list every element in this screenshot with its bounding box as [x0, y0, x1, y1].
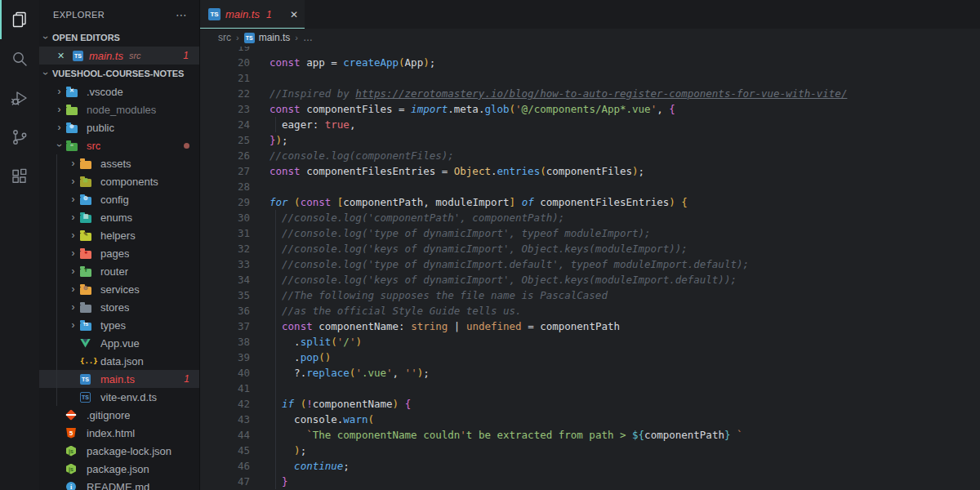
source-control-icon[interactable]: [0, 118, 39, 157]
close-icon[interactable]: ✕: [57, 51, 67, 61]
code-line[interactable]: 45 );: [200, 443, 980, 458]
line-number[interactable]: 33: [200, 256, 250, 272]
open-editors-header[interactable]: › OPEN EDITORS: [39, 29, 199, 47]
tree-item--vscode[interactable]: ›✕.vscode: [39, 82, 199, 100]
extensions-icon[interactable]: [0, 157, 39, 196]
code-line[interactable]: 28: [200, 179, 980, 194]
tree-item-router[interactable]: ›Yrouter: [39, 262, 199, 280]
line-number[interactable]: 47: [200, 474, 250, 489]
code-line[interactable]: 27const componentFilesEntries = Object.e…: [200, 163, 980, 179]
code-line[interactable]: 20const app = createApp(App);: [200, 55, 980, 70]
breadcrumb-file[interactable]: main.ts: [259, 32, 291, 43]
tree-item-src[interactable]: ›‹›src: [39, 136, 199, 154]
line-number[interactable]: 43: [200, 412, 250, 427]
open-editor-item-main-ts[interactable]: ✕ TS main.ts src 1: [39, 47, 199, 65]
chevron-down-icon[interactable]: ›: [54, 139, 65, 153]
code-line[interactable]: 40 ?.replace('.vue', '');: [200, 365, 980, 381]
more-actions-icon[interactable]: ⋯: [176, 8, 188, 21]
code-line[interactable]: 22//Inspired by https://zerotomastery.io…: [200, 86, 980, 101]
line-number[interactable]: 39: [200, 350, 250, 365]
code-line[interactable]: 24 eager: true,: [200, 117, 980, 132]
tree-item-assets[interactable]: ›assets: [39, 154, 199, 172]
code-line[interactable]: 43 console.warn(: [200, 412, 980, 427]
line-number[interactable]: 35: [200, 287, 250, 303]
tree-item-public[interactable]: ›⊕public: [39, 118, 199, 136]
run-and-debug-icon[interactable]: [0, 78, 39, 118]
line-number[interactable]: 34: [200, 272, 250, 287]
chevron-right-icon[interactable]: ›: [66, 176, 80, 187]
line-number[interactable]: 46: [200, 458, 250, 474]
tree-item-main-ts[interactable]: TSmain.ts1: [39, 370, 199, 388]
chevron-right-icon[interactable]: ›: [66, 194, 80, 205]
code-line[interactable]: 33 //console.log('type of dynamicImport.…: [200, 256, 980, 272]
code-line[interactable]: 47 }: [200, 474, 980, 489]
code-line[interactable]: 42 if (!componentName) {: [200, 396, 980, 412]
line-number[interactable]: 36: [200, 303, 250, 318]
line-number[interactable]: 41: [200, 381, 250, 396]
tree-item-data-json[interactable]: {..}data.json: [39, 352, 199, 370]
line-number[interactable]: 30: [200, 210, 250, 225]
tree-item-types[interactable]: ›TStypes: [39, 316, 199, 334]
tree-item-stores[interactable]: ›stores: [39, 298, 199, 316]
line-number[interactable]: 27: [200, 163, 250, 179]
code-line[interactable]: 39 .pop(): [200, 350, 980, 365]
line-number[interactable]: 40: [200, 365, 250, 381]
code-line[interactable]: 32 //console.log('keys of dynamicImport'…: [200, 241, 980, 256]
tree-item-enums[interactable]: ›▤enums: [39, 208, 199, 226]
tree-item-package-lock-json[interactable]: jspackage-lock.json: [39, 442, 199, 460]
tree-item-config[interactable]: ›⚙config: [39, 190, 199, 208]
chevron-right-icon[interactable]: ›: [66, 229, 80, 241]
code-line[interactable]: 41: [200, 381, 980, 396]
line-number[interactable]: 32: [200, 241, 250, 256]
line-number[interactable]: 44: [200, 427, 250, 443]
search-icon[interactable]: [0, 39, 39, 78]
code-line[interactable]: 31 //console.log('type of dynamicImport'…: [200, 225, 980, 241]
chevron-right-icon[interactable]: ›: [52, 104, 66, 115]
tree-item-index-html[interactable]: 5index.html: [39, 424, 199, 442]
tree-item-components[interactable]: ›⊞components: [39, 172, 199, 190]
code-line[interactable]: 35 //The following supposes the file nam…: [200, 287, 980, 303]
code-line[interactable]: 36 //as the official Style Guide tells u…: [200, 303, 980, 318]
line-number[interactable]: 23: [200, 101, 250, 117]
tree-item-services[interactable]: ›⚙services: [39, 280, 199, 298]
line-number[interactable]: 21: [200, 70, 250, 86]
code-line[interactable]: 38 .split('/'): [200, 334, 980, 350]
tree-item-readme-md[interactable]: iREADME.md: [39, 478, 199, 490]
code-line[interactable]: 34 //console.log('keys of dynamicImport'…: [200, 272, 980, 287]
chevron-right-icon[interactable]: ›: [66, 301, 80, 313]
code-line[interactable]: 26//console.log(componentFiles);: [200, 148, 980, 163]
tree-item-helpers[interactable]: ›✎helpers: [39, 226, 199, 244]
tab-main-ts[interactable]: TS main.ts 1 ✕: [200, 0, 305, 29]
code-line[interactable]: 29for (const [componentPath, moduleImpor…: [200, 194, 980, 210]
chevron-right-icon[interactable]: ›: [66, 158, 80, 169]
code-line[interactable]: 44 `The componentName couldn't be extrac…: [200, 427, 980, 443]
line-number[interactable]: 24: [200, 117, 250, 132]
chevron-right-icon[interactable]: ›: [66, 265, 80, 277]
chevron-right-icon[interactable]: ›: [52, 86, 66, 97]
line-number[interactable]: 45: [200, 443, 250, 458]
breadcrumb-folder[interactable]: src: [218, 32, 231, 43]
tree-item-vite-env-d-ts[interactable]: TSvite-env.d.ts: [39, 388, 199, 406]
close-icon[interactable]: ✕: [290, 9, 298, 20]
line-number[interactable]: 31: [200, 225, 250, 241]
chevron-right-icon[interactable]: ›: [52, 122, 66, 133]
tree-item-node-modules[interactable]: ›node_modules: [39, 100, 199, 118]
line-number[interactable]: 29: [200, 194, 250, 210]
breadcrumb-symbol-more[interactable]: …: [303, 32, 313, 43]
code-line[interactable]: 37 const componentName: string | undefin…: [200, 318, 980, 334]
line-number[interactable]: 19: [200, 47, 250, 55]
chevron-right-icon[interactable]: ›: [66, 319, 80, 331]
tree-item-package-json[interactable]: jspackage.json: [39, 460, 199, 478]
line-number[interactable]: 28: [200, 179, 250, 194]
chevron-right-icon[interactable]: ›: [66, 247, 80, 259]
line-number[interactable]: 20: [200, 55, 250, 70]
line-number[interactable]: 26: [200, 148, 250, 163]
project-section-header[interactable]: › VUESHOOL-COURSES-NOTES: [39, 65, 199, 82]
line-number[interactable]: 42: [200, 396, 250, 412]
code-line[interactable]: 19: [200, 47, 980, 55]
tree-item-pages[interactable]: ›●pages: [39, 244, 199, 262]
code-line[interactable]: 21: [200, 70, 980, 86]
code-line[interactable]: 23const componentFiles = import.meta.glo…: [200, 101, 980, 117]
code-line[interactable]: 46 continue;: [200, 458, 980, 474]
line-number[interactable]: 38: [200, 334, 250, 350]
